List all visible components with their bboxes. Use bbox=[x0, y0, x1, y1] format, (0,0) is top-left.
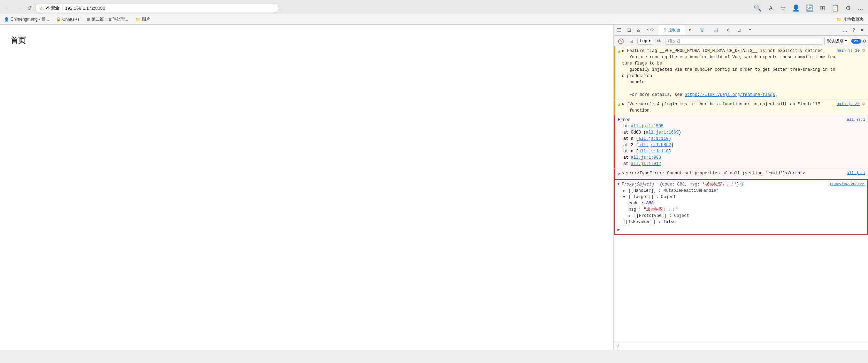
error-tag-text: <error>TypeError: Cannot set properties … bbox=[622, 170, 847, 177]
extensions-btn[interactable]: 🔄 bbox=[804, 3, 815, 13]
sidebar-btn[interactable]: ⊞ bbox=[818, 3, 827, 13]
tab-console-icon: 🖥 bbox=[663, 28, 667, 33]
stack-line-4: at 2 (all.js:1:5852) bbox=[623, 142, 865, 148]
bookmark-icon-5: 📁 bbox=[836, 17, 842, 22]
bookmark-star-btn[interactable]: ☆ bbox=[778, 3, 788, 13]
back-button[interactable]: ← bbox=[3, 3, 13, 13]
target-row: ▼ [[Target]] : Object bbox=[623, 194, 830, 200]
console-filter-btn[interactable]: ⊡ bbox=[628, 37, 635, 45]
bookmark-label-2: ChatGPT bbox=[62, 17, 80, 22]
bookmark-others[interactable]: 📁 其他收藏夹 bbox=[835, 16, 865, 23]
bookmark-label-3: 第二篇：文件处理... bbox=[91, 16, 128, 22]
copy-icon-1[interactable]: ⧉ bbox=[862, 48, 865, 54]
bookmark-images[interactable]: 📁 图片 bbox=[134, 16, 152, 23]
msg-key: msg bbox=[629, 207, 636, 212]
object-file-link[interactable]: HomeView.vue:25 bbox=[830, 181, 865, 187]
warning-icon-1: ▲ bbox=[618, 48, 621, 98]
tab-network[interactable]: 📡 bbox=[696, 25, 709, 36]
filter-input[interactable] bbox=[666, 38, 822, 45]
context-dropdown[interactable]: top ▼ bbox=[637, 38, 653, 45]
main-layout: 首页 ☰ ⊡ ⌂ </> 🖥 控制台 ⚙ 📡 📊 bbox=[0, 25, 868, 350]
collection-btn[interactable]: 📋 bbox=[830, 3, 841, 13]
handler-expand-icon[interactable]: ▶ bbox=[623, 189, 625, 193]
console-prompt[interactable]: > bbox=[614, 342, 868, 350]
target-expand-icon[interactable]: ▼ bbox=[623, 195, 625, 199]
tab-application[interactable]: ◫ bbox=[734, 25, 745, 36]
console-eye-btn[interactable]: 👁 bbox=[655, 37, 663, 45]
bookmark-chapter2[interactable]: ⊞ 第二篇：文件处理... bbox=[85, 16, 130, 23]
more-btn[interactable]: … bbox=[855, 3, 865, 13]
stack-link-2[interactable]: all.js:1:1669 bbox=[646, 130, 679, 135]
msg-colon: : bbox=[639, 207, 644, 212]
level-caret-icon: ▼ bbox=[845, 39, 847, 43]
error-tag-link[interactable]: all.js:1 bbox=[847, 170, 865, 176]
console-toolbar: 🚫 ⊡ top ▼ 👁 默认级别 ▼ 25 ⚙ bbox=[614, 36, 868, 46]
tab-performance[interactable]: 📊 bbox=[709, 25, 723, 36]
tab-memory[interactable]: ⚙ bbox=[723, 25, 733, 36]
code-key: code bbox=[629, 201, 639, 206]
bookmark-icon-3: ⊞ bbox=[87, 17, 90, 22]
stack-link-7[interactable]: all.js:1:912 bbox=[631, 161, 661, 166]
bookmark-label-4: 图片 bbox=[142, 16, 150, 22]
sources-icon: ⚙ bbox=[689, 28, 691, 33]
stack-link-1[interactable]: all.js:1:1505 bbox=[631, 124, 664, 129]
copy-icon-2[interactable]: ⧉ bbox=[862, 101, 865, 107]
warning-file-link-2[interactable]: main.js:20 bbox=[837, 101, 860, 107]
stack-link-3[interactable]: all.js:1:110 bbox=[638, 136, 668, 141]
console-entry-object: ▼ Proxy(Object) {code: 888, msg: '成功响应！！… bbox=[614, 179, 868, 235]
target-key: [[Target]] bbox=[628, 195, 653, 199]
proxy-summary: {code: 888, msg: '成功响应！！！'} bbox=[657, 181, 739, 188]
error-right-link[interactable]: all.js:1 bbox=[847, 117, 865, 123]
code-colon: : bbox=[641, 201, 646, 206]
page-content: 首页 bbox=[0, 25, 614, 350]
warning-text-2: ▶ [Vue warn]: A plugin must either be a … bbox=[622, 101, 837, 114]
proxy-expand-icon[interactable]: ▼ bbox=[617, 182, 620, 187]
prototype-expand-icon[interactable]: ▶ bbox=[629, 214, 631, 218]
tab-sources[interactable]: ⚙ bbox=[685, 25, 696, 36]
console-settings-icon[interactable]: ⚙ bbox=[863, 38, 866, 44]
browser-toolbar: 🔍 Ａ ☆ 👤 🔄 ⊞ 📋 ⚙ … bbox=[752, 3, 865, 13]
address-bar[interactable]: ⚠ 不安全 | 192.168.1.172:8080 bbox=[35, 3, 279, 13]
settings-btn[interactable]: ⚙ bbox=[844, 3, 853, 13]
add-icon: + bbox=[749, 28, 751, 32]
issue-count-badge: 25 bbox=[851, 39, 861, 44]
devtools-inspect-btn[interactable]: ⊡ bbox=[624, 25, 634, 35]
warning-file-link-1[interactable]: main.js:20 bbox=[837, 48, 860, 54]
bookmark-label-1: Chimengmeng - 博... bbox=[10, 16, 49, 22]
forward-button[interactable]: → bbox=[14, 3, 24, 13]
devtools-device-btn[interactable]: ⌂ bbox=[634, 25, 643, 35]
prototype-key: [[Prototype]] bbox=[634, 213, 667, 218]
proxy-label: Proxy(Object) bbox=[622, 181, 654, 188]
reload-button[interactable]: ↺ bbox=[25, 3, 34, 13]
bookmark-icon-4: 📁 bbox=[135, 17, 140, 22]
console-entry-warning-1: ▲ ▶ Feature flag __VUE_PROD_HYDRATION_MI… bbox=[614, 46, 868, 100]
vue-feature-link[interactable]: https://link.vuejs.org/feature-flags bbox=[685, 92, 775, 97]
stack-link-5[interactable]: all.js:1:110 bbox=[638, 149, 668, 154]
isrevoked-val: false bbox=[663, 220, 676, 225]
address-text: 192.168.1.172:8080 bbox=[65, 6, 275, 11]
profile-icon-btn[interactable]: 👤 bbox=[790, 3, 801, 13]
console-messages: ▲ ▶ Feature flag __VUE_PROD_HYDRATION_MI… bbox=[614, 46, 868, 342]
proxy-info-icon[interactable]: ⓘ bbox=[740, 181, 744, 187]
error-icon-1: ✕ bbox=[618, 171, 621, 177]
bookmark-chatgpt[interactable]: 🔒 ChatGPT bbox=[55, 16, 81, 23]
search-icon-btn[interactable]: 🔍 bbox=[752, 3, 763, 13]
stack-link-4[interactable]: all.js:1:5852 bbox=[638, 143, 671, 148]
tab-add[interactable]: + bbox=[745, 25, 755, 36]
handler-key: [[Handler]] bbox=[628, 188, 656, 193]
font-icon-btn[interactable]: Ａ bbox=[766, 3, 776, 13]
stack-link-6[interactable]: all.js:1:903 bbox=[631, 155, 661, 160]
level-dropdown[interactable]: 默认级别 ▼ bbox=[824, 37, 849, 45]
target-val: Object bbox=[661, 195, 676, 199]
tab-elements[interactable]: </> bbox=[643, 25, 659, 36]
tab-console[interactable]: 🖥 控制台 bbox=[659, 25, 685, 36]
devtools-dock-btn[interactable]: ☰ bbox=[614, 25, 624, 35]
devtools-more-btn[interactable]: … bbox=[841, 26, 849, 34]
devtools-help-btn[interactable]: ? bbox=[851, 26, 857, 34]
target-colon: : bbox=[656, 195, 661, 199]
devtools-close-btn[interactable]: ✕ bbox=[858, 26, 866, 34]
page-title: 首页 bbox=[10, 35, 603, 46]
bookmark-chimengmeng[interactable]: 👤 Chimengmeng - 博... bbox=[3, 16, 51, 23]
console-clear-btn[interactable]: 🚫 bbox=[616, 37, 625, 45]
elements-icon: </> bbox=[647, 28, 654, 32]
